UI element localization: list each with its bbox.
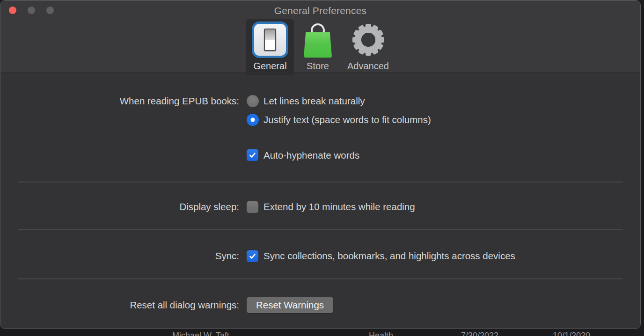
toolbar-tab-label: Advanced (347, 61, 389, 72)
bg-author-cell: Michael W. Taft (172, 331, 229, 336)
sync-row: Sync: Sync collections, bookmarks, and h… (0, 248, 640, 264)
divider (18, 278, 623, 279)
toolbar-tab-label: General (253, 61, 286, 72)
titlebar: General Preferences General Store (0, 0, 640, 73)
radio-justify-text[interactable]: Justify text (space words to fit columns… (247, 110, 431, 129)
bg-date-modified-cell: 10/1/2020 (553, 331, 590, 336)
display-sleep-label: Display sleep: (0, 201, 239, 212)
checkbox-sync[interactable]: Sync collections, bookmarks, and highlig… (247, 250, 515, 262)
epub-settings-row: When reading EPUB books: Let lines break… (0, 93, 640, 129)
shopping-bag-icon (302, 21, 333, 58)
divider (18, 182, 623, 183)
gear-icon (350, 21, 387, 58)
toolbar-tab-store[interactable]: Store (297, 19, 339, 75)
reset-warnings-button[interactable]: Reset Warnings (247, 297, 333, 313)
radio-label: Justify text (space words to fit columns… (263, 114, 431, 125)
sync-label: Sync: (0, 250, 239, 262)
radio-let-lines-break[interactable]: Let lines break naturally (247, 93, 365, 110)
window-title: General Preferences (0, 5, 640, 16)
reset-warnings-row: Reset all dialog warnings: Reset Warning… (0, 297, 640, 313)
auto-hyphenate-row: Auto-hyphenate words (0, 149, 640, 161)
checkbox-checked-icon (247, 149, 258, 161)
background-table-row: Michael W. Taft Health 7/30/2022 10/1/20… (0, 330, 644, 336)
preferences-window: General Preferences General Store (0, 0, 641, 329)
toolbar-tab-general[interactable]: General (246, 19, 294, 75)
radio-label: Let lines break naturally (263, 95, 365, 107)
checkbox-label: Auto-hyphenate words (263, 150, 359, 161)
checkbox-checked-icon (247, 250, 258, 262)
checkbox-auto-hyphenate[interactable]: Auto-hyphenate words (247, 149, 359, 161)
bg-category-cell: Health (369, 331, 393, 336)
checkbox-label: Sync collections, bookmarks, and highlig… (263, 250, 515, 262)
display-sleep-row: Display sleep: Extend by 10 minutes whil… (0, 199, 640, 215)
toolbar-tab-advanced[interactable]: Advanced (342, 19, 395, 75)
bg-date-added-cell: 7/30/2022 (461, 331, 498, 336)
reset-warnings-label: Reset all dialog warnings: (0, 299, 239, 311)
radio-icon (247, 95, 259, 107)
preferences-toolbar: General Store (0, 19, 640, 75)
checkbox-display-sleep[interactable]: Extend by 10 minutes while reading (247, 201, 415, 213)
toolbar-tab-label: Store (307, 61, 329, 72)
toggle-switch-icon (252, 22, 288, 58)
divider (18, 229, 623, 230)
checkbox-label: Extend by 10 minutes while reading (263, 201, 415, 212)
checkbox-unchecked-icon (247, 201, 258, 213)
radio-icon-selected (247, 114, 259, 126)
epub-row-label: When reading EPUB books: (0, 93, 239, 110)
